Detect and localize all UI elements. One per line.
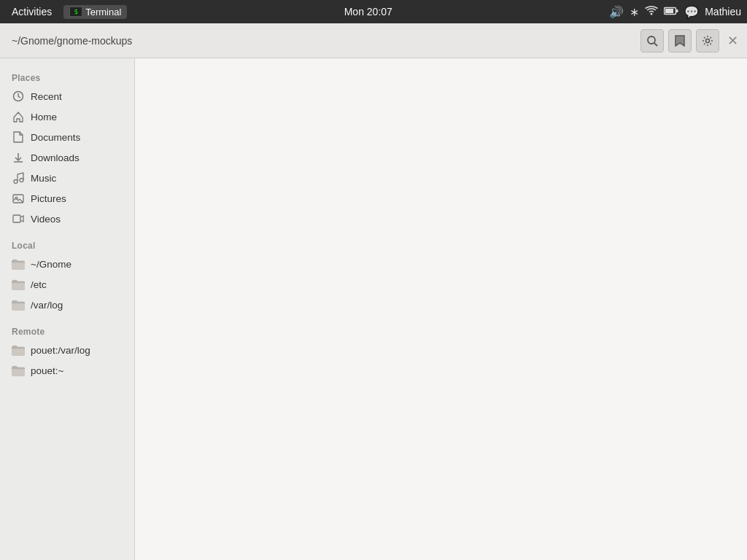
places-section-label: Places	[0, 67, 134, 86]
home-icon	[12, 110, 25, 123]
pouet-varlog-label: pouet:/var/log	[31, 345, 90, 356]
user-menu[interactable]: Mathieu	[705, 6, 741, 18]
close-button[interactable]: ✕	[724, 32, 741, 50]
videos-label: Videos	[31, 214, 61, 225]
svg-point-4	[648, 36, 655, 44]
search-button[interactable]	[640, 29, 664, 52]
svg-rect-14	[13, 215, 20, 222]
local-section-label: Local	[0, 235, 134, 254]
pictures-icon	[12, 192, 25, 205]
svg-point-6	[706, 39, 710, 42]
terminal-taskbar-button[interactable]: $ Terminal	[63, 5, 127, 19]
sidebar-item-downloads[interactable]: Downloads	[0, 147, 134, 168]
topbar-right: 🔊 ∗ 💬 Mathieu	[609, 5, 741, 19]
activities-button[interactable]: Activities	[6, 4, 58, 19]
svg-line-5	[654, 43, 657, 46]
videos-icon	[12, 212, 25, 225]
pouet-varlog-folder-icon	[12, 343, 25, 357]
pictures-label: Pictures	[31, 193, 66, 204]
etc-label: /etc	[31, 279, 47, 290]
svg-rect-2	[665, 9, 673, 13]
volume-icon[interactable]: 🔊	[609, 5, 624, 19]
sidebar-item-pouet-varlog[interactable]: pouet:/var/log	[0, 340, 134, 360]
sidebar-item-gnome[interactable]: ~/Gnome	[0, 254, 134, 274]
wifi-icon[interactable]	[645, 5, 658, 18]
sidebar: Places Recent Home Documents	[0, 58, 135, 560]
sidebar-item-varlog[interactable]: /var/log	[0, 295, 134, 315]
pouet-home-label: pouet:~	[31, 365, 63, 376]
sidebar-item-home[interactable]: Home	[0, 106, 134, 127]
varlog-label: /var/log	[31, 300, 63, 311]
etc-folder-icon	[12, 278, 25, 291]
svg-point-0	[651, 13, 653, 15]
file-area	[135, 58, 747, 560]
chat-icon[interactable]: 💬	[684, 5, 699, 19]
main-content: Places Recent Home Documents	[0, 58, 747, 560]
terminal-icon: $	[69, 7, 82, 17]
downloads-label: Downloads	[31, 152, 80, 163]
gnome-label: ~/Gnome	[31, 259, 71, 270]
bluetooth-icon[interactable]: ∗	[630, 5, 639, 19]
path-label: ~/Gnome/gnome-mockups	[6, 35, 636, 47]
remote-section-label: Remote	[0, 321, 134, 340]
sidebar-item-documents[interactable]: Documents	[0, 127, 134, 147]
downloads-icon	[12, 151, 25, 164]
sidebar-item-pictures[interactable]: Pictures	[0, 188, 134, 209]
svg-point-10	[14, 180, 18, 184]
music-label: Music	[31, 173, 56, 184]
svg-rect-3	[676, 9, 678, 12]
bookmark-button[interactable]	[668, 29, 692, 52]
gnome-folder-icon	[12, 257, 25, 271]
recent-label: Recent	[31, 91, 62, 102]
sidebar-item-recent[interactable]: Recent	[0, 86, 134, 106]
sidebar-item-etc[interactable]: /etc	[0, 274, 134, 295]
sidebar-item-videos[interactable]: Videos	[0, 209, 134, 229]
terminal-label: Terminal	[85, 7, 121, 18]
topbar: Activities $ Terminal Mon 20:07 🔊 ∗ 💬 Ma…	[0, 0, 747, 23]
battery-icon[interactable]	[664, 5, 678, 18]
pouet-home-folder-icon	[12, 364, 25, 377]
topbar-left: Activities $ Terminal	[6, 4, 127, 19]
topbar-datetime: Mon 20:07	[344, 6, 392, 18]
settings-button[interactable]	[696, 29, 719, 52]
varlog-folder-icon	[12, 298, 25, 311]
header-bar: ~/Gnome/gnome-mockups ✕	[0, 23, 747, 58]
sidebar-item-music[interactable]: Music	[0, 168, 134, 188]
recent-icon	[12, 90, 25, 103]
documents-label: Documents	[31, 132, 80, 143]
home-label: Home	[31, 112, 57, 122]
sidebar-item-pouet-home[interactable]: pouet:~	[0, 360, 134, 381]
documents-icon	[12, 131, 25, 144]
svg-point-11	[20, 179, 23, 182]
music-icon	[12, 171, 25, 184]
file-manager-window: ~/Gnome/gnome-mockups ✕ Places Recent	[0, 23, 747, 560]
user-name: Mathieu	[705, 6, 741, 18]
